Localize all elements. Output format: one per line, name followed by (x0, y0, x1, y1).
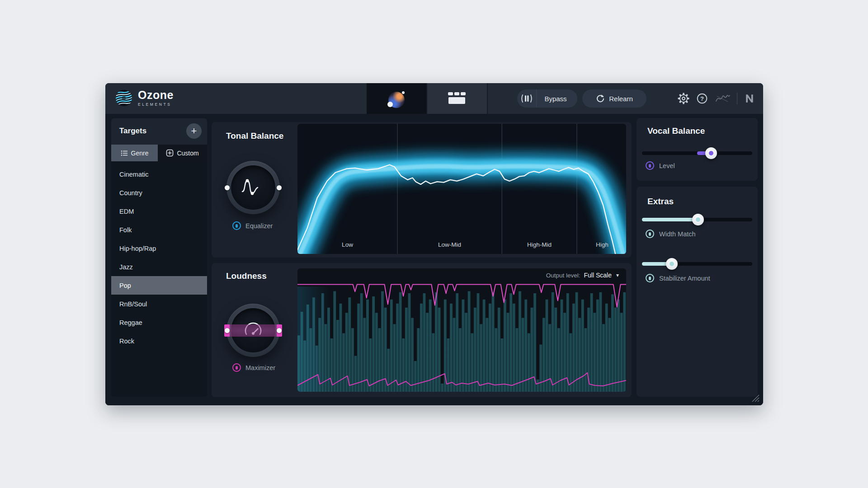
slider-thumb[interactable] (692, 214, 704, 225)
help-glyph: ? (700, 95, 704, 102)
plugin-window: Ozone ELEMENTS (105, 83, 763, 405)
stabilizer-label: Stabilizer Amount (659, 275, 710, 282)
genre-item[interactable]: Cinematic (111, 165, 207, 183)
ozone-logo: Ozone ELEMENTS (115, 89, 174, 107)
izotope-scribble-icon[interactable] (715, 93, 730, 104)
slider-track[interactable] (642, 151, 752, 155)
chevron-down-icon: ▾ (616, 272, 619, 278)
tab-genre-label: Genre (131, 150, 149, 157)
output-level-value: Full Scale (584, 272, 612, 279)
genre-item[interactable]: Country (111, 183, 207, 202)
knob-range-dot (225, 185, 230, 190)
knob-range-dot (277, 328, 282, 333)
genre-item[interactable]: Reggae (111, 313, 207, 332)
power-icon (232, 363, 241, 372)
targets-header: Targets + (111, 118, 207, 145)
divider (737, 93, 737, 104)
maximizer-toggle[interactable]: Maximizer (232, 363, 275, 372)
power-icon (232, 221, 241, 230)
genre-list: CinematicCountryEDMFolkHip-hop/RapJazzPo… (111, 165, 207, 350)
power-icon (646, 274, 654, 282)
tonal-balance-chart: LowLow-MidHigh-MidHigh (297, 124, 626, 254)
tab-tonal-balance-view[interactable] (367, 83, 426, 117)
vocal-balance-panel: Vocal Balance Level (637, 118, 758, 181)
stabilizer-toggle[interactable]: Stabilizer Amount (646, 274, 710, 282)
level-toggle[interactable]: Level (646, 161, 675, 170)
genre-item[interactable]: Rock (111, 332, 207, 350)
output-level-dropdown[interactable]: Output level: Full Scale ▾ (546, 272, 619, 279)
view-tabs (367, 83, 488, 117)
targets-tabs: Genre Custom (111, 145, 207, 161)
loudness-panel: Loudness Maximizer (212, 263, 632, 397)
tonal-balance-title: Tonal Balance (226, 131, 283, 141)
level-label: Level (659, 162, 675, 169)
ozone-logo-icon (115, 89, 132, 107)
genre-item[interactable]: Pop (111, 276, 207, 295)
slider-thumb[interactable] (666, 258, 678, 270)
tab-modules-view[interactable] (426, 83, 488, 114)
stabilizer-slider[interactable] (642, 258, 752, 270)
genre-item[interactable]: Folk (111, 221, 207, 239)
width-match-label: Width Match (659, 230, 696, 238)
add-target-button[interactable]: + (186, 123, 202, 139)
tab-genre[interactable]: Genre (111, 145, 158, 161)
relearn-label: Relearn (609, 95, 633, 103)
tab-custom[interactable]: Custom (158, 145, 207, 161)
genre-item[interactable]: EDM (111, 202, 207, 221)
main-content: Targets + Genre (105, 114, 763, 405)
level-slider[interactable] (642, 147, 752, 159)
modules-icon (448, 92, 466, 105)
width-match-slider[interactable] (642, 214, 752, 225)
equalizer-knob[interactable] (226, 161, 280, 214)
tonal-balance-panel: Tonal Balance Equalizer (212, 122, 632, 258)
width-match-toggle[interactable]: Width Match (646, 230, 696, 238)
equalizer-toggle-label: Equalizer (245, 222, 273, 230)
extras-title: Extras (647, 197, 674, 206)
desktop-background: Ozone ELEMENTS (0, 0, 868, 488)
zone-label: Low (342, 241, 353, 248)
resize-handle[interactable] (750, 393, 760, 403)
plus-icon: + (191, 126, 197, 136)
bypass-button[interactable]: Bypass (517, 89, 577, 108)
vocal-balance-title: Vocal Balance (647, 126, 705, 136)
power-icon (646, 161, 654, 170)
equalizer-toggle[interactable]: Equalizer (232, 221, 273, 230)
zone-label: Low-Mid (438, 241, 461, 248)
maximizer-threshold-band (224, 324, 282, 337)
output-level-label: Output level: (546, 272, 580, 279)
knob-range-dot (225, 328, 230, 333)
loudness-chart: Output level: Full Scale ▾ (297, 268, 626, 392)
targets-panel: Targets + Genre (111, 118, 207, 397)
slider-track[interactable] (642, 262, 752, 266)
slider-thumb[interactable] (705, 147, 717, 159)
tab-custom-label: Custom (177, 150, 198, 157)
targets-title: Targets (119, 127, 146, 136)
ni-logo-icon (744, 94, 756, 103)
relearn-refresh-icon (596, 94, 605, 103)
slider-fill (642, 218, 698, 221)
logo-title: Ozone (138, 89, 174, 101)
maximizer-knob[interactable] (226, 304, 280, 357)
sphere-icon (388, 92, 405, 108)
genre-item[interactable]: Hip-hop/Rap (111, 239, 207, 258)
logo-subtitle: ELEMENTS (138, 103, 174, 107)
header: Ozone ELEMENTS (105, 83, 763, 114)
genre-item[interactable]: RnB/Soul (111, 295, 207, 313)
power-icon (646, 230, 654, 238)
genre-item[interactable]: Jazz (111, 258, 207, 276)
zone-label: High-Mid (527, 241, 552, 248)
resize-grip-icon (750, 393, 760, 403)
gain-meter-icon (521, 94, 533, 103)
slider-track[interactable] (642, 218, 752, 221)
loudness-title: Loudness (226, 271, 267, 281)
zone-labels: LowLow-MidHigh-MidHigh (297, 241, 626, 249)
help-icon[interactable]: ? (696, 93, 708, 104)
extras-panel: Extras Width Match (637, 187, 758, 397)
add-custom-icon (166, 149, 174, 157)
relearn-button[interactable]: Relearn (582, 89, 646, 108)
settings-gear-icon[interactable] (678, 93, 689, 104)
knob-range-dot (277, 185, 282, 190)
eq-curve-icon (239, 174, 267, 202)
maximizer-toggle-label: Maximizer (245, 364, 275, 371)
list-icon (121, 150, 128, 157)
